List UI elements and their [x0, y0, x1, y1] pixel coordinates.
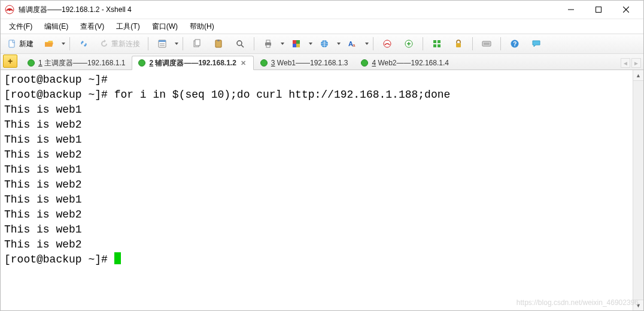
color-scheme-icon [291, 39, 301, 49]
terminal-line: This is web2 [4, 179, 82, 191]
keyboard-button[interactable] [476, 36, 497, 52]
web-button[interactable] [314, 36, 335, 52]
tab-bar: + 1 主调度器——192.168.1.1 2 辅调度器——192.168.1.… [1, 54, 643, 70]
reconnect-button[interactable]: 重新连接 [95, 36, 144, 52]
svg-point-1 [8, 8, 11, 11]
new-button[interactable]: 新建 [3, 36, 38, 52]
help-button[interactable]: ? [505, 36, 525, 52]
printer-icon [263, 39, 273, 49]
minimize-button[interactable] [557, 1, 585, 19]
terminal-line: This is web2 [4, 238, 82, 250]
scroll-track[interactable] [633, 81, 643, 300]
session-tab-4[interactable]: 4 Web2——192.168.1.4 [354, 56, 455, 70]
tab-scroll-left[interactable]: ◄ [621, 58, 630, 68]
scroll-up-button[interactable]: ▲ [633, 70, 643, 81]
status-dot-icon [361, 59, 368, 67]
paste-button[interactable] [208, 36, 229, 52]
svg-rect-30 [438, 40, 441, 43]
maximize-button[interactable] [585, 1, 612, 19]
xshell-icon [382, 39, 392, 49]
color-scheme-button[interactable] [286, 36, 306, 52]
search-icon [235, 39, 245, 49]
link-icon [79, 39, 89, 49]
toolbar-separator [254, 37, 254, 50]
terminal-line: This is web2 [4, 149, 82, 161]
web-dropdown[interactable] [336, 43, 341, 45]
xshell-launch-button[interactable] [377, 36, 397, 52]
tab-close-button[interactable]: ✕ [240, 59, 247, 67]
connect-button[interactable] [74, 36, 94, 52]
print-dropdown[interactable] [280, 43, 285, 45]
lock-button[interactable] [448, 36, 469, 52]
svg-line-16 [241, 45, 244, 47]
open-dropdown[interactable] [61, 43, 66, 45]
menu-file[interactable]: 文件(F) [3, 20, 38, 33]
svg-text:?: ? [513, 41, 517, 47]
font-button[interactable]: Aa [342, 36, 363, 52]
app-window: 辅调度器——192.168.1.2 - Xshell 4 文件(F) 编辑(E)… [0, 0, 644, 311]
status-dot-icon [138, 59, 145, 67]
properties-button[interactable] [152, 36, 172, 52]
lock-icon [454, 39, 463, 49]
app-icon [4, 4, 15, 15]
open-button[interactable] [39, 36, 59, 52]
color-scheme-dropdown[interactable] [308, 43, 313, 45]
font-dropdown[interactable] [364, 43, 369, 45]
toolbar-separator [373, 37, 373, 50]
copy-button[interactable] [187, 36, 207, 52]
print-button[interactable] [258, 36, 278, 52]
menu-window[interactable]: 窗口(W) [146, 20, 184, 33]
properties-dropdown[interactable] [174, 43, 179, 45]
reconnect-button-label: 重新连接 [111, 39, 140, 49]
tab-label: 3 Web1——192.168.1.3 [271, 59, 348, 67]
terminal-line: This is web1 [4, 224, 82, 235]
xftp-launch-button[interactable] [399, 36, 419, 52]
svg-rect-34 [482, 41, 491, 46]
properties-icon [157, 39, 167, 49]
svg-rect-8 [159, 40, 166, 42]
svg-rect-6 [9, 40, 14, 47]
tab-nav-arrows: ◄ ► [621, 58, 643, 70]
svg-rect-14 [217, 40, 220, 41]
toolbar-separator [500, 37, 501, 50]
scroll-down-button[interactable]: ▼ [633, 300, 643, 310]
title-bar: 辅调度器——192.168.1.2 - Xshell 4 [1, 1, 643, 19]
svg-rect-23 [296, 44, 300, 47]
close-button[interactable] [612, 1, 640, 19]
terminal-line: This is web1 [4, 134, 82, 146]
session-tab-2[interactable]: 2 辅调度器——192.168.1.2 ✕ [132, 56, 253, 70]
toolbar-separator [69, 37, 70, 50]
svg-rect-33 [456, 43, 461, 47]
svg-text:a: a [353, 43, 356, 48]
vertical-scrollbar[interactable]: ▲ ▼ [633, 70, 643, 310]
terminal-line: This is web1 [4, 164, 82, 176]
svg-rect-18 [266, 40, 270, 43]
new-file-icon [7, 39, 17, 49]
add-tab-button[interactable]: + [3, 55, 17, 68]
tab-label: 1 主调度器——192.168.1.1 [38, 58, 125, 68]
tab-scroll-right[interactable]: ► [631, 58, 641, 68]
terminal[interactable]: [root@backup ~]# [root@backup ~]# for i … [1, 70, 633, 310]
feedback-button[interactable] [526, 36, 546, 52]
terminal-line: [root@backup ~]# for i in $(seq 10);do c… [4, 89, 450, 101]
session-tab-1[interactable]: 1 主调度器——192.168.1.1 [21, 56, 132, 70]
reconnect-icon [99, 39, 109, 49]
toolbar-separator [472, 37, 473, 50]
tab-label: 4 Web2——192.168.1.4 [372, 59, 449, 67]
menu-help[interactable]: 帮助(H) [184, 20, 220, 33]
terminal-line: [root@backup ~]# [4, 74, 114, 86]
svg-rect-20 [293, 40, 296, 44]
svg-rect-3 [596, 7, 602, 13]
toolbar-separator [183, 37, 183, 50]
menu-view[interactable]: 查看(V) [74, 20, 110, 33]
find-button[interactable] [230, 36, 250, 52]
session-tab-3[interactable]: 3 Web1——192.168.1.3 [254, 56, 355, 70]
svg-rect-31 [433, 44, 436, 47]
terminal-prompt: [root@backup ~]# [4, 253, 114, 265]
terminal-area: [root@backup ~]# [root@backup ~]# for i … [1, 70, 643, 310]
menu-tools[interactable]: 工具(T) [110, 20, 145, 33]
menu-edit[interactable]: 编辑(E) [38, 20, 74, 33]
cursor-icon [114, 252, 121, 264]
toolbar-separator [423, 37, 423, 50]
tile-button[interactable] [427, 36, 447, 52]
